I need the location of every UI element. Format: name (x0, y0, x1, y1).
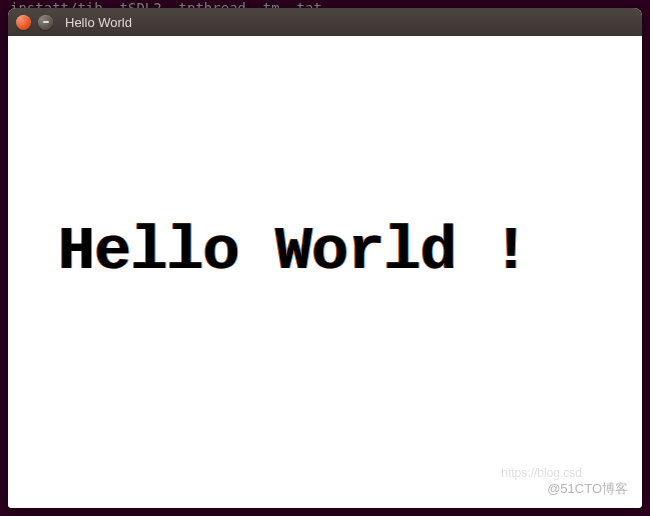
window-content: Hello World ! https://blog.csd @51CTO博客 (8, 36, 642, 508)
watermark-url: https://blog.csd (501, 466, 582, 480)
application-window: Hello World Hello World ! https://blog.c… (8, 8, 642, 508)
watermark-text: @51CTO博客 (547, 480, 628, 498)
window-titlebar[interactable]: Hello World (8, 8, 642, 36)
main-text: Hello World ! (58, 216, 529, 287)
window-controls (16, 15, 53, 30)
window-title: Hello World (65, 15, 132, 30)
close-button[interactable] (16, 15, 31, 30)
minimize-button[interactable] (38, 15, 53, 30)
